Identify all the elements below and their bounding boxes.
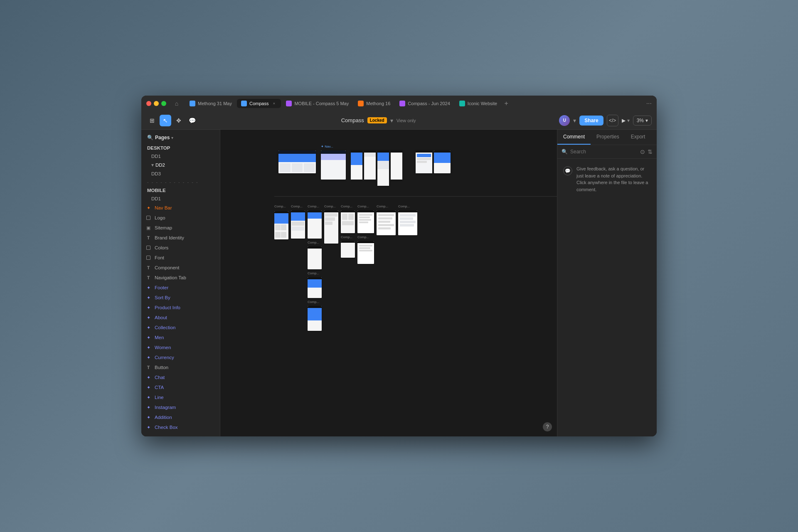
mobile-frame-5a xyxy=(341,210,355,233)
productinfo-icon: ✦ xyxy=(145,305,151,310)
sidebar-page-desktop[interactable]: DESKTOP xyxy=(141,144,220,152)
mobile-col-4: Comp... xyxy=(324,204,338,244)
tab-mobile-compass[interactable]: MOBILE - Compass 5 May xyxy=(282,99,353,108)
panel-sort-icon[interactable]: ⊙ xyxy=(640,148,645,155)
frame-group-pages xyxy=(351,150,402,186)
tab-compass-jun[interactable]: Compass - Jun 2024 xyxy=(395,99,454,108)
sidebar-layer-collection[interactable]: ✦ Collection xyxy=(141,323,220,332)
sidebar-page-dd3[interactable]: DD3 xyxy=(141,170,220,178)
sidebar-search-icon: 🔍 xyxy=(147,135,153,140)
layer-label-instagram: Instagram xyxy=(155,405,176,410)
mobile-frame-label-4: Comp... xyxy=(324,204,338,208)
sidebar-layer-checkbox[interactable]: ✦ Check Box xyxy=(141,422,220,432)
sidebar-layer-component[interactable]: T Component xyxy=(141,263,220,273)
tab-label-methong16: Methong 16 xyxy=(366,101,390,106)
sidebar-layer-line[interactable]: ✦ Line xyxy=(141,392,220,402)
main-content: 🔍 Pages ▾ DESKTOP DD1 DD2 DD3 - - - - - … xyxy=(141,130,657,436)
sidebar-layer-women[interactable]: ✦ Women xyxy=(141,342,220,352)
tab-label-methong31: Methong 31 May xyxy=(198,101,232,106)
sidebar-layer-currency[interactable]: ✦ Currency xyxy=(141,352,220,362)
sidebar-layer-font[interactable]: Font xyxy=(141,253,220,263)
grid-tool-button[interactable]: ⊞ xyxy=(146,115,158,126)
help-button[interactable]: ? xyxy=(543,422,552,431)
mobile-col-1: Comp... xyxy=(274,204,288,239)
panel-tab-comment[interactable]: Comment xyxy=(557,130,591,145)
desktop-frame-1 xyxy=(278,150,316,173)
sidebar-layer-logo[interactable]: Logo xyxy=(141,213,220,223)
sidebar-layer-productinfo[interactable]: ✦ Product Info xyxy=(141,303,220,313)
sidebar-layer-button[interactable]: T Button xyxy=(141,362,220,372)
sidebar-layer-navtab[interactable]: T Navigation Tab xyxy=(141,273,220,283)
mobile-frame-7 xyxy=(377,210,396,235)
women-icon: ✦ xyxy=(145,345,151,350)
pages-chevron[interactable]: ▾ xyxy=(171,135,173,140)
panel-tabs: Comment Properties Export xyxy=(557,130,657,145)
more-tabs-button[interactable]: ··· xyxy=(646,100,652,107)
tab-compass[interactable]: Compass × xyxy=(237,99,281,108)
navtab-icon: T xyxy=(145,275,151,281)
avatar-chevron[interactable]: ▾ xyxy=(573,117,576,124)
maximize-button[interactable] xyxy=(161,101,166,106)
layer-label-line: Line xyxy=(155,395,164,400)
play-icon: ▶ xyxy=(622,118,626,123)
add-tab-button[interactable]: + xyxy=(502,99,510,108)
men-icon: ✦ xyxy=(145,335,151,340)
home-icon[interactable]: ⌂ xyxy=(173,100,180,107)
mobile-frame-label-8: Comp... xyxy=(398,204,417,208)
sidebar-layer-sortby[interactable]: ✦ Sort By xyxy=(141,293,220,303)
desktop-frames-cluster: ✦ Nav... xyxy=(278,150,451,186)
comment-tool-button[interactable]: 💬 xyxy=(186,115,198,126)
mobile-frame-label-5a: Comp... xyxy=(341,204,355,208)
sidebar-layer-addition[interactable]: ✦ Addition xyxy=(141,412,220,422)
collection-icon: ✦ xyxy=(145,325,151,330)
sidebar-layer-brand[interactable]: T Brand Identity xyxy=(141,233,220,243)
sidebar-layer-chat[interactable]: ✦ Chat xyxy=(141,372,220,382)
play-button[interactable]: ▶ ▾ xyxy=(622,118,630,123)
panel-filter-icon[interactable]: ⇅ xyxy=(648,148,653,155)
mobile-col-2: Comp... xyxy=(291,204,305,239)
panel-search-input[interactable] xyxy=(570,149,638,155)
tab-close-compass[interactable]: × xyxy=(271,101,277,106)
sidebar-page-mobile[interactable]: MOBILE xyxy=(141,186,220,195)
tab-iconic[interactable]: Iconic Website xyxy=(455,99,501,108)
minimize-button[interactable] xyxy=(154,101,159,106)
panel-tab-properties[interactable]: Properties xyxy=(591,130,625,145)
zoom-chevron: ▾ xyxy=(645,118,648,123)
panel-tab-export[interactable]: Export xyxy=(625,130,651,145)
layer-label-brand: Brand Identity xyxy=(155,235,184,240)
move-tool-button[interactable]: ✥ xyxy=(173,115,185,126)
lock-chevron[interactable]: ▾ xyxy=(390,117,393,124)
sidebar-layer-cta[interactable]: ✦ CTA xyxy=(141,382,220,392)
code-button[interactable]: </> xyxy=(607,115,618,126)
locked-badge: Locked xyxy=(367,117,387,123)
tab-label-compass: Compass xyxy=(249,101,268,106)
sidebar-layer-colors[interactable]: Colors xyxy=(141,243,220,253)
layer-label-sortby: Sort By xyxy=(155,295,170,300)
tab-methong16[interactable]: Methong 16 xyxy=(354,99,394,108)
zoom-label: 3% xyxy=(637,118,644,123)
sidebar-page-mobile-dd1[interactable]: DD1 xyxy=(141,195,220,203)
comment-area: 💬 Give feedback, ask a question, or just… xyxy=(557,159,657,200)
sidebar-layer-men[interactable]: ✦ Men xyxy=(141,332,220,342)
layer-label-women: Women xyxy=(155,345,171,350)
sidebar-layer-about[interactable]: ✦ About xyxy=(141,313,220,323)
mobile-frame-label-2: Comp... xyxy=(291,204,305,208)
tab-methong31[interactable]: Methong 31 May xyxy=(185,99,236,108)
zoom-control[interactable]: 3% ▾ xyxy=(633,116,652,126)
navbar-icon: ✦ xyxy=(145,205,151,211)
share-button[interactable]: Share xyxy=(579,116,603,126)
sidebar-page-dd2[interactable]: DD2 xyxy=(141,160,220,170)
sidebar-layer-footer[interactable]: ✦ Footer xyxy=(141,283,220,293)
sidebar-layer-sitemap[interactable]: ▣ Sitemap xyxy=(141,223,220,233)
sidebar-layer-navbar[interactable]: ✦ Nav Bar xyxy=(141,203,220,213)
component-icon: T xyxy=(145,265,151,271)
avatar: U xyxy=(559,115,570,126)
sidebar-layer-instagram[interactable]: ✦ Instagram xyxy=(141,402,220,412)
layer-label-navtab: Navigation Tab xyxy=(155,275,186,280)
tool-group-left: ⊞ ↖ ✥ 💬 xyxy=(146,115,198,126)
canvas-area[interactable]: ✦ Nav... xyxy=(220,130,557,436)
select-tool-button[interactable]: ↖ xyxy=(160,115,171,126)
close-button[interactable] xyxy=(146,101,151,106)
sidebar-page-dd1[interactable]: DD1 xyxy=(141,152,220,160)
layer-label-footer: Footer xyxy=(155,285,168,290)
